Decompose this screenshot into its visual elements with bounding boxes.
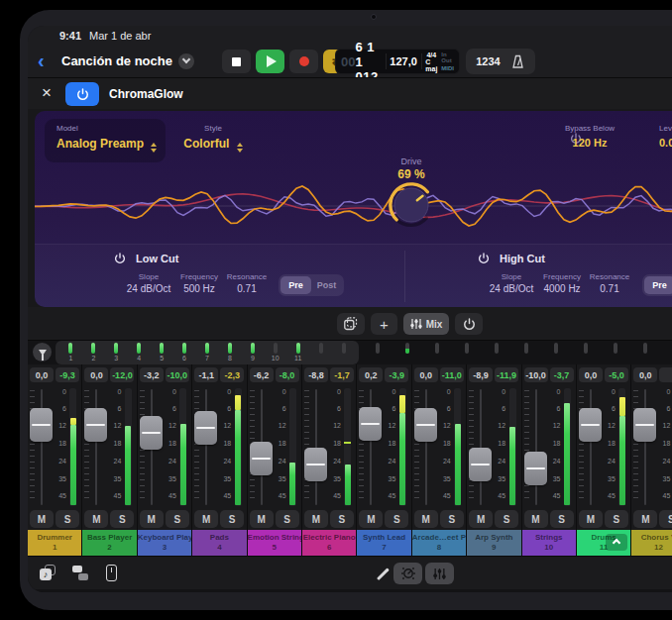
overview-channel[interactable] (630, 343, 660, 364)
fader-handle[interactable] (84, 408, 107, 442)
overview-visible-window[interactable]: 1234567891011 (56, 341, 359, 364)
loop-browser-icon[interactable]: ♪ (40, 565, 57, 582)
faders-view-button[interactable] (425, 563, 454, 584)
volume-value[interactable]: 0,0 (414, 367, 438, 382)
volume-value[interactable]: 0,0 (30, 367, 54, 382)
overview-channel[interactable]: 9 (241, 343, 264, 364)
solo-button[interactable]: S (330, 510, 354, 528)
low-cut-pre-post-toggle[interactable]: Pre Post (279, 274, 344, 296)
mute-button[interactable]: M (524, 510, 548, 528)
volume-value[interactable]: 0,0 (633, 367, 657, 382)
volume-value[interactable]: 0,0 (84, 367, 108, 382)
mute-button[interactable]: M (414, 510, 438, 528)
overview-channel[interactable]: 10 (264, 343, 286, 364)
mute-button[interactable]: M (140, 510, 164, 528)
low-cut-resonance[interactable]: Resonance 0.71 (215, 272, 279, 294)
solo-button[interactable]: S (385, 510, 408, 528)
play-button[interactable] (256, 50, 284, 73)
mute-button[interactable]: M (30, 510, 54, 528)
solo-button[interactable]: S (220, 510, 244, 528)
mute-button[interactable]: M (304, 510, 328, 528)
high-cut-power-button[interactable] (478, 253, 490, 264)
fader-handle[interactable] (579, 408, 602, 442)
solo-button[interactable]: S (659, 510, 672, 528)
track-name-banner[interactable]: Strings 10 (522, 530, 576, 556)
overview-channel[interactable]: 1 (59, 343, 82, 364)
overview-channel[interactable] (422, 343, 452, 364)
peak-level-value[interactable]: -3,9 (385, 367, 408, 382)
plugins-icon[interactable] (103, 565, 121, 582)
overview-channel[interactable] (363, 343, 392, 364)
track-name-banner[interactable]: Pads 4 (192, 530, 246, 556)
overview-channel[interactable] (511, 343, 541, 364)
track-name-banner[interactable]: Electric Piano 6 (302, 530, 356, 556)
fader-handle[interactable] (414, 408, 437, 442)
peak-level-value[interactable]: -11,0 (440, 367, 464, 382)
count-in-button[interactable]: 1234 (476, 55, 500, 67)
volume-value[interactable]: 0,2 (359, 367, 383, 382)
peak-level-value[interactable]: -11,9 (495, 367, 518, 382)
track-name-banner[interactable]: Synth Lead 7 (357, 530, 410, 556)
mute-button[interactable]: M (579, 510, 603, 528)
add-track-button[interactable]: + (371, 313, 397, 335)
solo-button[interactable]: S (495, 510, 518, 528)
overview-offscreen-channels[interactable] (363, 341, 672, 364)
volume-value[interactable]: -10,0 (524, 367, 548, 382)
mixer-power-button[interactable] (455, 313, 483, 335)
volume-value[interactable]: -8,9 (469, 367, 493, 382)
overview-channel[interactable] (601, 343, 630, 364)
duplicate-button[interactable] (337, 313, 365, 335)
plugin-power-button[interactable] (65, 82, 99, 106)
peak-level-value[interactable]: -9,3 (56, 367, 79, 382)
high-cut-pre-post-toggle[interactable]: Pre Post (642, 274, 672, 296)
mute-button[interactable]: M (84, 510, 108, 528)
fader-handle[interactable] (194, 411, 217, 445)
fader-handle[interactable] (524, 452, 547, 485)
overview-channel[interactable] (541, 343, 571, 364)
mute-button[interactable]: M (359, 510, 383, 528)
filter-button[interactable] (33, 343, 52, 362)
solo-button[interactable]: S (605, 510, 628, 528)
mix-button[interactable]: Mix (403, 313, 449, 335)
mute-button[interactable]: M (194, 510, 218, 528)
metronome-icon[interactable] (510, 54, 525, 69)
overview-channel[interactable]: 11 (286, 343, 309, 364)
pre-option[interactable]: Pre (644, 276, 672, 294)
peak-level-value[interactable]: -12,0 (110, 367, 134, 382)
stop-button[interactable] (222, 50, 251, 73)
peak-level-value[interactable]: -8,0 (276, 367, 299, 382)
fader-handle[interactable] (250, 442, 273, 475)
solo-button[interactable]: S (440, 510, 464, 528)
peak-level-value[interactable] (659, 367, 672, 382)
track-name-banner[interactable]: Drummer 1 (28, 530, 81, 556)
bypass-below-value[interactable]: 120 Hz (550, 137, 629, 149)
overview-channel[interactable] (571, 343, 601, 364)
pre-option[interactable]: Pre (280, 276, 311, 294)
fader-handle[interactable] (30, 408, 53, 442)
mute-button[interactable]: M (469, 510, 493, 528)
fader-handle[interactable] (304, 448, 327, 481)
peak-level-value[interactable]: -1,7 (330, 367, 354, 382)
solo-button[interactable]: S (110, 510, 134, 528)
overview-channel[interactable]: 6 (173, 343, 196, 364)
overview-channel[interactable]: 3 (105, 343, 128, 364)
volume-value[interactable]: 0,0 (579, 367, 603, 382)
fader-handle[interactable] (140, 416, 163, 450)
fader-handle[interactable] (469, 448, 492, 481)
volume-value[interactable]: -3,2 (140, 367, 164, 382)
volume-value[interactable]: -1,1 (194, 367, 218, 382)
solo-button[interactable]: S (550, 510, 574, 528)
solo-button[interactable]: S (56, 510, 79, 528)
post-option[interactable]: Post (311, 276, 342, 294)
overview-channel[interactable]: 2 (82, 343, 105, 364)
overview-channel[interactable] (392, 343, 422, 364)
peak-level-value[interactable]: -5,0 (605, 367, 628, 382)
peak-level-value[interactable]: -2,3 (220, 367, 244, 382)
overview-channel[interactable]: 4 (128, 343, 151, 364)
close-icon[interactable]: × (42, 83, 52, 103)
drive-knob[interactable] (389, 182, 434, 228)
back-chevron-icon[interactable]: ‹ (38, 49, 45, 72)
collapse-chevron-up-icon[interactable] (606, 534, 627, 551)
volume-value[interactable]: -8,8 (304, 367, 328, 382)
overview-channel[interactable] (309, 343, 332, 364)
